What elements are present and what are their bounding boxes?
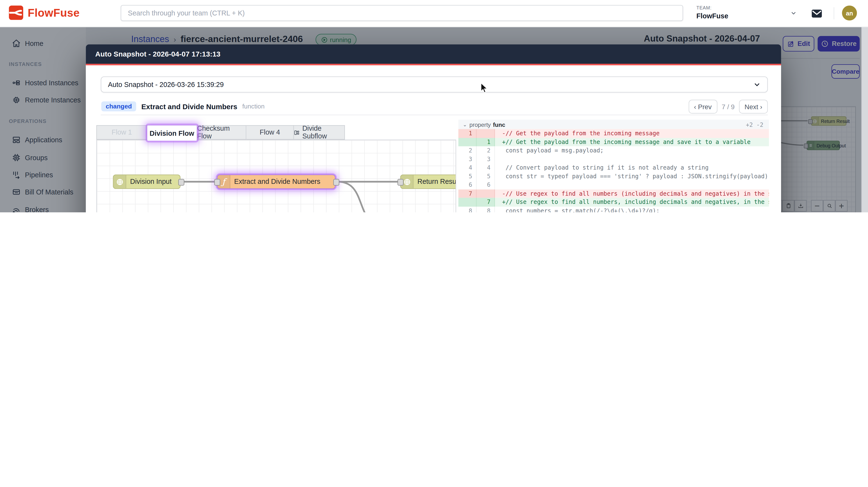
team-label: TEAM:: [696, 5, 728, 11]
chevron-down-icon: ⌄: [463, 121, 467, 127]
diff-stats: +2 -2: [746, 121, 769, 128]
tab-checksum-flow[interactable]: Checksum Flow: [197, 125, 246, 140]
flowfuse-logo-icon: [9, 5, 23, 20]
divider: [101, 115, 768, 115]
diff-line: 22 const payload = msg.payload;: [458, 146, 769, 155]
diff-viewer: ⌄ property func +2 -2 1-// Get the paylo…: [458, 120, 769, 212]
changed-node-row: changed Extract and Divide Numbers funct…: [101, 100, 265, 112]
search-input[interactable]: [121, 5, 683, 21]
flowfuse-logo[interactable]: FlowFuse: [9, 5, 80, 20]
snapshot-select-value: Auto Snapshot - 2026-03-26 15:39:29: [108, 81, 224, 88]
globe-icon: [114, 175, 126, 189]
diff-line: 7-// Use regex to find all numbers (incl…: [458, 189, 769, 198]
subflow-icon: [294, 130, 300, 136]
team-selector[interactable]: TEAM: FlowFuse: [696, 5, 728, 20]
flow-editor: Flow 1 Division Flow Checksum Flow Flow …: [96, 125, 456, 212]
flow-tabs: Flow 1 Division Flow Checksum Flow Flow …: [96, 125, 345, 141]
topbar: FlowFuse TEAM: FlowFuse an: [0, 0, 868, 27]
page-indicator: 7 / 9: [722, 103, 735, 110]
diff-line: 66: [458, 181, 769, 190]
flow-canvas[interactable]: Division Input ƒ Extract and Divide Numb…: [96, 140, 456, 212]
input-port[interactable]: [398, 179, 404, 186]
diff-line: 88 const numbers = str.match(/-?\d+(\.\d…: [458, 206, 769, 212]
diff-line: 55 const str = typeof payload === 'strin…: [458, 172, 769, 181]
modal-title: Auto Snapshot - 2026-04-07 17:13:13: [86, 44, 781, 65]
flowfuse-logo-text: FlowFuse: [28, 6, 80, 19]
prev-button[interactable]: ‹ Prev: [688, 100, 717, 114]
flow-node-return-result[interactable]: Return Result: [400, 174, 456, 189]
diff-property-name: func: [493, 121, 505, 128]
avatar[interactable]: an: [842, 5, 857, 21]
diff-property-func-header[interactable]: ⌄ property func +2 -2: [458, 120, 769, 129]
tab-divide-subflow[interactable]: Divide Subflow: [294, 125, 345, 140]
mail-icon[interactable]: [810, 7, 823, 20]
chevron-down-icon: [753, 81, 761, 88]
diff-line: 7+// Use regex to find all numbers, incl…: [458, 198, 769, 206]
chevron-down-icon[interactable]: [790, 10, 797, 16]
snapshot-compare-modal: Auto Snapshot - 2026-04-07 17:13:13 Auto…: [86, 44, 781, 212]
page-scrollbar[interactable]: [861, 27, 868, 212]
diff-line: 33: [458, 155, 769, 164]
flow-node-extract-and-divide[interactable]: ƒ Extract and Divide Numbers: [217, 174, 336, 189]
changed-badge: changed: [101, 102, 136, 111]
app: Home INSTANCES Hosted Instances Remote I…: [0, 0, 868, 212]
diff-line: 1-// Get the payload from the incoming m…: [458, 129, 769, 138]
tab-division-flow[interactable]: Division Flow: [147, 125, 197, 141]
flow-node-division-input[interactable]: Division Input: [113, 174, 181, 189]
tab-flow-4[interactable]: Flow 4: [246, 125, 294, 140]
next-button[interactable]: Next ›: [739, 100, 768, 114]
changed-node-type: function: [242, 103, 265, 110]
output-port[interactable]: [178, 179, 184, 186]
diff-line: 1+// Get the payload from the incoming m…: [458, 138, 769, 146]
tab-flow-1[interactable]: Flow 1: [96, 125, 147, 140]
snapshot-select[interactable]: Auto Snapshot - 2026-03-26 15:39:29: [101, 76, 768, 92]
output-port[interactable]: [333, 179, 339, 186]
input-port[interactable]: [214, 179, 220, 186]
divider: [834, 7, 834, 19]
changed-node-name: Extract and Divide Numbers: [141, 102, 237, 110]
team-name: FlowFuse: [696, 12, 728, 20]
diff-line: 44 // Convert payload to string if it is…: [458, 164, 769, 172]
pagination: ‹ Prev 7 / 9 Next ›: [688, 100, 768, 114]
